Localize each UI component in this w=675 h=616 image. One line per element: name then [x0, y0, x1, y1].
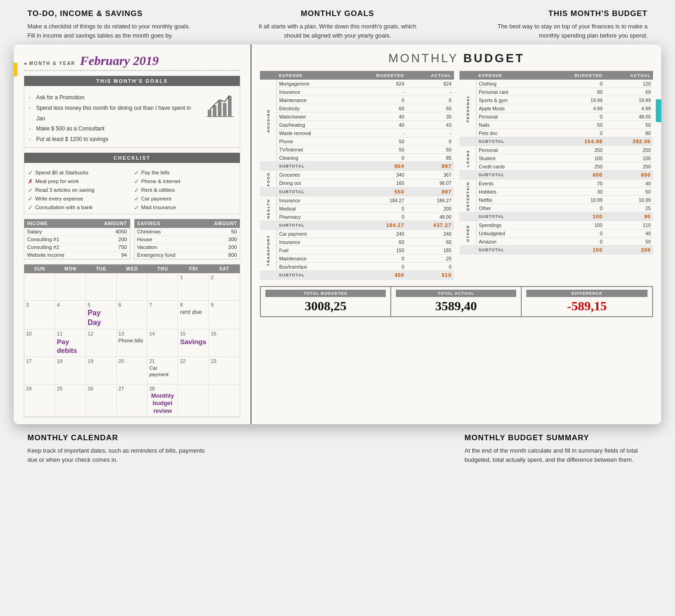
- summary-total-actual: TOTAL ACTUAL 3589,40: [391, 287, 522, 316]
- month-year-value: February 2019: [80, 54, 159, 68]
- entertainment-label: ENTERTAIN: [459, 179, 476, 212]
- cal-cell: 17: [24, 357, 55, 384]
- income-row: Website income94: [24, 251, 130, 259]
- cal-cell: 27: [117, 384, 147, 417]
- month-year-row: ◂ MONTH & YEAR February 2019: [24, 54, 240, 71]
- table-row: Fuel 150 185: [260, 246, 454, 254]
- budget-left-col: EXPENSE BUDGETED ACTUAL HOUSING Mortgage…: [260, 71, 454, 282]
- top-annotation-center: MONTHLY GOALS It all starts with a plan.…: [255, 9, 420, 40]
- budget-summary: TOTAL BUDGETED 3008,25 TOTAL ACTUAL 3589…: [260, 286, 653, 317]
- cal-day-sun: SUN: [24, 266, 55, 271]
- actual-header: ACTUAL: [406, 71, 454, 80]
- table-row: Other 0 25: [459, 204, 653, 212]
- goal-item: Make $ 500 as a Consultant: [29, 124, 199, 134]
- cal-cell: 21 Car payment: [147, 357, 178, 384]
- table-row: TV/Internet 50 50: [260, 146, 454, 154]
- table-row: Credit cards 250 250: [459, 162, 653, 171]
- budget-tables: EXPENSE BUDGETED ACTUAL HOUSING Mortgage…: [260, 71, 653, 282]
- table-row: Pets doc 0 80: [459, 129, 653, 137]
- table-row: Dining out 160 96.07: [260, 179, 454, 188]
- bottom-left-title: MONTHLY CALENDAR: [27, 433, 211, 443]
- cal-cell: 11 Pay debits: [55, 330, 86, 357]
- bottom-left-text: Keep track of important dates, such as r…: [27, 446, 211, 464]
- cal-cell: 25: [55, 384, 86, 417]
- top-right-title: THIS MONTH'S BUDGET: [483, 9, 648, 18]
- cal-day-thu: THU: [147, 266, 178, 271]
- top-right-text: The best way to stay on top of your fina…: [483, 22, 648, 40]
- cal-cell: 16: [209, 330, 240, 357]
- table-row: Maintenance 0 0: [260, 96, 454, 104]
- table-row: HEALTH Insurance 184.27 184.27: [260, 196, 454, 205]
- income-row: Salary4050: [24, 228, 130, 236]
- table-row: OTHER Spendings 100 110: [459, 221, 653, 229]
- expense-cell: Mortgage/rent: [277, 80, 346, 88]
- expense-header-r: EXPENSE: [476, 71, 542, 80]
- savings-row: Emergency fund800: [135, 251, 240, 259]
- table-row: Sports & gym 19.99 19.99: [459, 96, 653, 104]
- bottom-annotation-left: MONTHLY CALENDAR Keep track of important…: [27, 433, 211, 464]
- actual-header-r: ACTUAL: [605, 71, 653, 80]
- table-row: Personal care 80 69: [459, 88, 653, 96]
- checklist-grid: ✓Spend $0 at Starbucks ✗Meal prep for wo…: [24, 167, 240, 214]
- savings-amount-header: AMOUNT: [214, 221, 237, 226]
- cal-cell: [209, 384, 240, 417]
- cal-cell: 28 Monthly budget review: [147, 384, 178, 417]
- total-actual-value: 3589,40: [396, 299, 516, 313]
- cal-cell: 9: [209, 301, 240, 330]
- bookmark-right: [656, 99, 661, 122]
- savings-event: Savings: [180, 337, 206, 346]
- cal-cell: [117, 273, 147, 301]
- cal-cell: [24, 273, 55, 301]
- cal-cell: [147, 273, 178, 301]
- check-item: ✗Meal prep for work: [28, 177, 130, 186]
- check-item: ✓Mad Insurance: [134, 203, 237, 212]
- top-center-text: It all starts with a plan. Write down th…: [255, 22, 420, 40]
- savings-row: Vacation200: [135, 243, 240, 251]
- table-row: Netflix 10.99 10.99: [459, 196, 653, 204]
- loans-label: LOANS: [459, 146, 476, 171]
- cal-cell: [86, 273, 117, 301]
- cal-cell: 7: [147, 301, 178, 330]
- cal-day-sat: SAT: [209, 266, 240, 271]
- table-row: Waste removal - -: [260, 129, 454, 137]
- expense-header: EXPENSE: [277, 71, 346, 80]
- cal-day-mon: MON: [55, 266, 86, 271]
- other-label: OTHER: [459, 221, 476, 246]
- top-left-text: Make a checklist of things to do related…: [27, 22, 192, 40]
- subtotal-row: SUBTOTAL 184.27 437.27: [260, 221, 454, 230]
- housing-label: HOUSING: [260, 80, 277, 162]
- cal-cell: 20: [117, 357, 147, 384]
- table-row: PERSONAL Clothing 0 120: [459, 80, 653, 88]
- top-annotations: TO-DO, INCOME & SAVINGS Make a checklist…: [0, 0, 675, 44]
- table-row: LOANS Personal 250 250: [459, 146, 653, 154]
- table-row: Bus/train/taxi 0 0: [260, 263, 454, 271]
- cal-cell: 18: [55, 357, 86, 384]
- bottom-annotations: MONTHLY CALENDAR Keep track of important…: [0, 424, 675, 473]
- cal-cell: 4: [55, 301, 86, 330]
- table-row: HOUSING Mortgage/rent 624 624: [260, 80, 454, 88]
- subtotal-row: SUBTOTAL 864 897: [260, 162, 454, 171]
- expense-col-header: [260, 71, 277, 80]
- cal-cell: 5 Pay Day: [86, 301, 117, 330]
- total-actual-label: TOTAL ACTUAL: [396, 290, 516, 297]
- budget-review-event: Monthly budget review: [149, 392, 176, 416]
- top-left-title: TO-DO, INCOME & SAVINGS: [27, 9, 192, 18]
- table-row: Water/sewer 40 35: [260, 113, 454, 121]
- subtotal-row: SUBTOTAL 550 897: [260, 188, 454, 196]
- check-item: ✓Car payment: [134, 195, 237, 203]
- pay-debits-event: Pay debits: [57, 337, 83, 355]
- savings-row: House300: [135, 236, 240, 243]
- svg-rect-3: [223, 103, 227, 117]
- cal-cell: 14: [147, 330, 178, 357]
- cal-cell: 8 rent due: [178, 301, 209, 330]
- cal-cell: 1: [178, 273, 209, 301]
- check-item: ✓Phone & internet: [134, 177, 237, 186]
- car-payment-event: Car payment: [149, 365, 176, 378]
- cal-cell: 24: [24, 384, 55, 417]
- income-savings-row: INCOME AMOUNT Salary4050 Consulting #120…: [24, 219, 240, 259]
- calendar-header: SUN MON TUE WED THU FRI SAT: [24, 265, 240, 273]
- budgeted-header-r: BUDGETED: [542, 71, 605, 80]
- cal-cell: 2: [209, 273, 240, 301]
- difference-label: DIFFERENCE: [526, 290, 648, 297]
- bottom-annotation-right: MONTHLY BUDGET SUMMARY At the end of the…: [464, 433, 648, 464]
